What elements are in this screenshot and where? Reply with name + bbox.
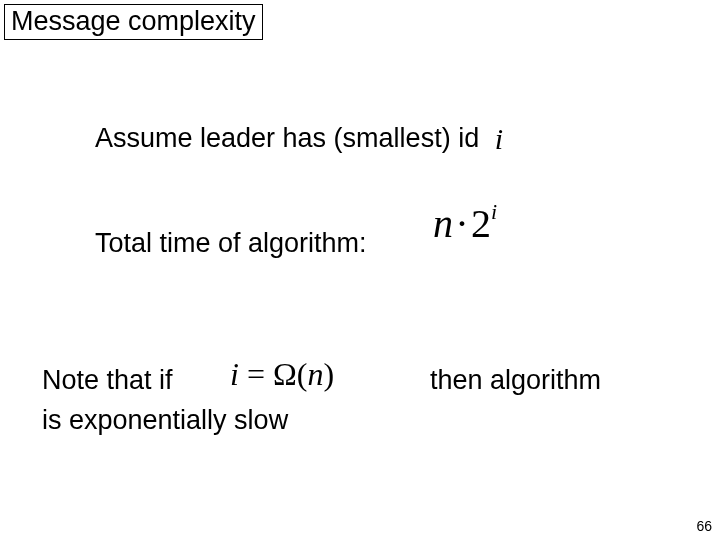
condition-formula: i = Ω(n) [230,356,334,393]
formula-n: n [433,201,453,246]
time-formula: n·2i [433,200,497,247]
formula-base: 2 [471,201,491,246]
page-number: 66 [696,518,712,534]
slide-title-box: Message complexity [4,4,263,40]
note-line-part1: Note that if [42,365,173,396]
cond-close: ) [323,356,334,392]
exponentially-slow: is exponentially slow [42,405,288,435]
then-algorithm: then algorithm [430,365,601,396]
page-number-value: 66 [696,518,712,534]
total-time-line: Total time of algorithm: [95,228,367,259]
slide-title: Message complexity [11,6,256,36]
cond-lhs: i [230,356,239,392]
note-that-if: Note that if [42,365,173,395]
cond-omega: Ω [273,356,297,392]
cond-eq: = [239,356,273,392]
assume-text: Assume leader has (smallest) id [95,123,479,153]
total-time-text: Total time of algorithm: [95,228,367,258]
then-text: then algorithm [430,365,601,395]
cond-open: ( [297,356,308,392]
note-line-part2: is exponentially slow [42,405,288,436]
variable-i: i [487,122,503,155]
formula-dot: · [453,201,471,246]
assume-line: Assume leader has (smallest) id i [95,120,503,154]
cond-arg: n [307,356,323,392]
formula-exp: i [491,199,497,224]
